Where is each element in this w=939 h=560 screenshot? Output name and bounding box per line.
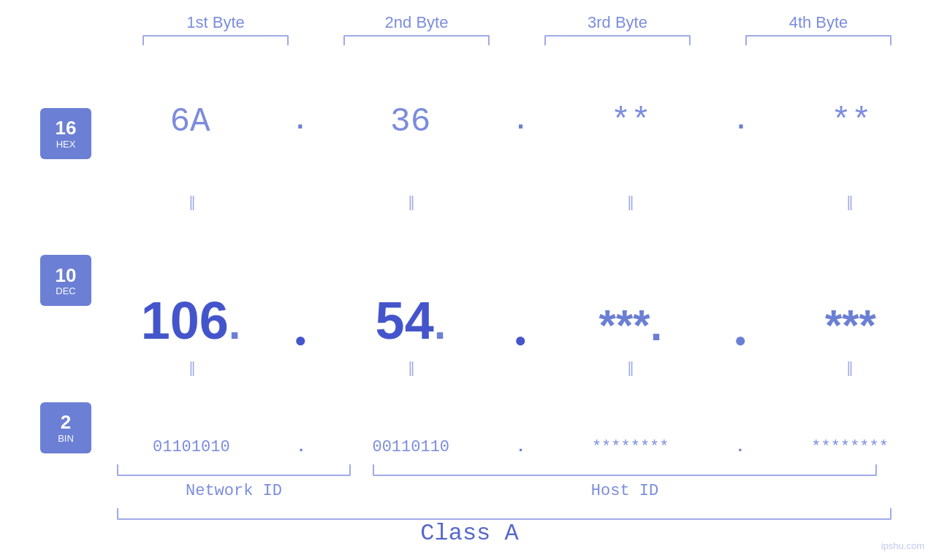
hex-badge-number: 16 (56, 118, 77, 139)
byte3-header: 3rd Byte (537, 13, 698, 32)
dec-badge: 10 DEC (40, 255, 91, 306)
bin-dot-2: . (516, 438, 525, 456)
bin-val-2: 00110110 (338, 438, 484, 456)
id-labels: Network ID Host ID (102, 482, 906, 500)
eq1-1: ‖ (112, 193, 273, 210)
hex-badge: 16 HEX (40, 108, 91, 159)
eq2-3: ‖ (550, 358, 711, 376)
hex-val-4: ** (778, 103, 924, 141)
bin-badge: 2 BIN (40, 402, 91, 453)
bin-dot-1: . (296, 438, 305, 456)
bin-badge-label: BIN (58, 433, 74, 444)
dec-badge-label: DEC (56, 285, 75, 296)
hex-badge-label: HEX (56, 139, 76, 150)
class-bracket-area (102, 508, 906, 520)
byte-headers: 1st Byte 2nd Byte 3rd Byte 4th Byte (115, 13, 919, 32)
watermark: ipshu.com (881, 540, 924, 551)
bracket-4 (745, 35, 892, 45)
equals-row-2: ‖ ‖ ‖ ‖ (102, 356, 939, 378)
hex-val-1: 6A (117, 103, 263, 141)
network-bracket (117, 464, 351, 476)
bracket-2 (343, 35, 490, 45)
bin-val-3: ******** (558, 438, 704, 456)
eq1-2: ‖ (331, 193, 492, 210)
bin-dot-3: . (735, 438, 745, 456)
hex-row: 6A . 36 . ** . ** (102, 53, 939, 191)
class-label: Class A (420, 520, 518, 547)
eq1-3: ‖ (550, 193, 711, 210)
host-bracket (373, 464, 877, 476)
hex-val-2: 36 (338, 103, 484, 141)
dec-val-4: *** (778, 300, 924, 350)
dec-dot-1: ● (294, 342, 307, 350)
eq2-2: ‖ (331, 358, 492, 376)
eq2-4: ‖ (769, 358, 930, 376)
main-container: 1st Byte 2nd Byte 3rd Byte 4th Byte 16 H… (0, 0, 939, 560)
byte2-header: 2nd Byte (336, 13, 497, 32)
bin-val-1: 01101010 (118, 438, 265, 456)
dec-val-1: 106. (118, 291, 264, 350)
bin-val-4: ******** (777, 438, 923, 456)
bracket-3 (544, 35, 691, 45)
class-label-area: Class A (0, 520, 939, 547)
equals-row-1: ‖ ‖ ‖ ‖ (102, 191, 939, 212)
network-id-label: Network ID (117, 482, 351, 500)
top-brackets (115, 35, 919, 45)
dec-dot-3: ● (734, 342, 747, 350)
bin-badge-number: 2 (61, 412, 71, 433)
bottom-brackets (102, 464, 906, 476)
bracket-1 (142, 35, 289, 45)
dec-dot-2: ● (514, 342, 527, 350)
badges-column: 16 HEX 10 DEC 2 BIN (0, 53, 102, 560)
byte4-header: 4th Byte (738, 13, 899, 32)
host-id-label: Host ID (373, 482, 877, 500)
dec-badge-number: 10 (56, 265, 77, 286)
dec-val-2: 54. (338, 291, 484, 350)
hex-val-3: ** (558, 103, 704, 141)
dec-row: 106. ● 54. ● ***. ● *** (102, 212, 939, 356)
eq2-1: ‖ (112, 358, 273, 376)
dec-val-3: ***. (558, 300, 704, 350)
byte1-header: 1st Byte (135, 13, 296, 32)
class-bracket-line (117, 508, 892, 520)
eq1-4: ‖ (769, 193, 930, 210)
